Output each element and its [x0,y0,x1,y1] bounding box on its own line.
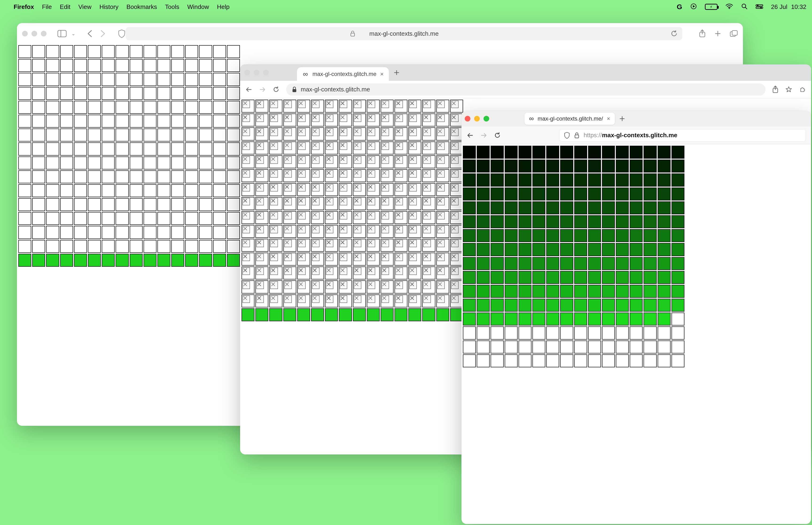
grid-cell [242,141,255,154]
firefox-back-icon[interactable] [466,132,474,139]
safari-url-field[interactable]: max-gl-contexts.glitch.me [126,27,682,40]
chrome-minimize-button[interactable] [254,70,259,75]
safari-zoom-button[interactable] [41,31,47,36]
grid-cell [269,197,282,210]
grid-cell [616,160,629,172]
menu-edit[interactable]: Edit [60,3,71,11]
grid-cell [616,201,629,214]
menu-help[interactable]: Help [217,3,229,11]
grid-cell [46,129,59,141]
menubar-clock[interactable]: 26 Jul 10:32 [771,3,806,11]
safari-reload-icon[interactable] [671,30,678,37]
chrome-newtab-icon[interactable] [391,67,402,78]
firefox-minimize-button[interactable] [474,116,480,121]
svg-rect-7 [756,7,763,9]
grid-cell [32,115,45,127]
grid-cell [367,211,380,224]
grid-cell [102,170,114,183]
safari-forward-icon[interactable] [100,30,106,38]
firefox-canvas-grid [463,146,811,367]
firefox-zoom-button[interactable] [484,116,489,121]
firefox-reload-icon[interactable] [494,132,501,139]
firefox-close-button[interactable] [465,116,470,121]
chrome-extensions-icon[interactable] [799,86,806,93]
grid-cell [630,257,643,270]
spotlight-search-icon[interactable] [741,3,748,11]
grid-cell [171,198,184,211]
chrome-forward-icon[interactable] [259,86,266,93]
grid-cell [18,101,31,114]
grid-cell [284,197,296,210]
grid-cell [199,115,212,127]
chrome-star-icon[interactable] [785,86,792,93]
grid-cell [88,212,101,225]
chrome-close-button[interactable] [244,70,250,75]
grid-cell [672,146,685,159]
safari-tabs-icon[interactable] [730,29,738,38]
chrome-back-icon[interactable] [245,86,252,93]
menubar-app-name[interactable]: Firefox [14,3,34,11]
grammarly-icon[interactable]: G [677,3,682,10]
grid-cell [381,267,394,280]
grid-cell [297,169,310,182]
safari-sidebar-icon[interactable] [57,30,67,38]
firefox-traffic-lights[interactable] [465,116,489,121]
grid-cell [574,327,587,339]
wifi-icon[interactable] [725,3,733,10]
menu-window[interactable]: Window [187,3,209,11]
grid-cell [519,327,532,339]
chrome-zoom-button[interactable] [263,70,269,75]
safari-share-icon[interactable] [699,29,706,38]
chrome-omnibox[interactable]: max-gl-contexts.glitch.me [286,84,765,96]
grid-cell [256,308,268,321]
grid-cell [532,243,545,256]
menu-file[interactable]: File [42,3,52,11]
grid-cell [408,197,421,210]
record-icon[interactable] [690,3,697,11]
grid-cell [339,239,352,252]
menu-bookmarks[interactable]: Bookmarks [126,3,157,11]
safari-minimize-button[interactable] [31,31,37,36]
grid-cell [88,142,101,155]
svg-rect-30 [575,135,579,138]
control-center-icon[interactable] [756,3,763,10]
grid-cell [269,114,282,126]
chrome-tab-active[interactable]: ∞ max-gl-contexts.glitch.me × [297,67,389,81]
grid-cell [644,327,657,339]
grid-cell [546,243,559,256]
grid-cell [185,142,198,155]
menu-tools[interactable]: Tools [165,3,179,11]
grid-cell [588,299,601,312]
grid-cell [116,184,128,197]
chrome-reload-icon[interactable] [273,86,280,93]
grid-cell [395,100,408,112]
firefox-newtab-icon[interactable] [617,114,627,124]
grid-cell [353,211,366,224]
safari-back-icon[interactable] [87,30,93,38]
chrome-traffic-lights[interactable] [244,70,269,75]
chrome-share-icon[interactable] [772,86,779,93]
firefox-tab-active[interactable]: ∞ max-gl-contexts.glitch.me/ × [524,112,615,125]
grid-cell [18,59,31,72]
grid-cell [658,313,671,326]
grid-cell [505,188,518,200]
grid-cell [353,114,366,126]
chrome-tab-close-icon[interactable]: × [380,71,384,78]
grid-cell [644,160,657,172]
battery-icon[interactable]: ⚡︎ [705,4,718,10]
grid-cell [367,295,380,308]
menu-history[interactable]: History [99,3,119,11]
firefox-urlbar[interactable]: https://max-gl-contexts.glitch.me [559,129,806,141]
menu-view[interactable]: View [78,3,91,11]
grid-cell [408,225,421,238]
safari-sidebar-caret-icon[interactable]: ⌄ [72,31,75,36]
grid-cell [367,267,380,280]
safari-newtab-icon[interactable] [714,29,721,38]
safari-traffic-lights[interactable] [22,31,47,36]
firefox-tab-close-icon[interactable]: × [607,115,610,122]
grid-cell [422,127,435,140]
firefox-forward-icon[interactable] [480,132,487,139]
firefox-shield-icon[interactable] [564,132,570,139]
safari-close-button[interactable] [22,31,28,36]
safari-privacy-shield-icon[interactable] [118,29,126,38]
